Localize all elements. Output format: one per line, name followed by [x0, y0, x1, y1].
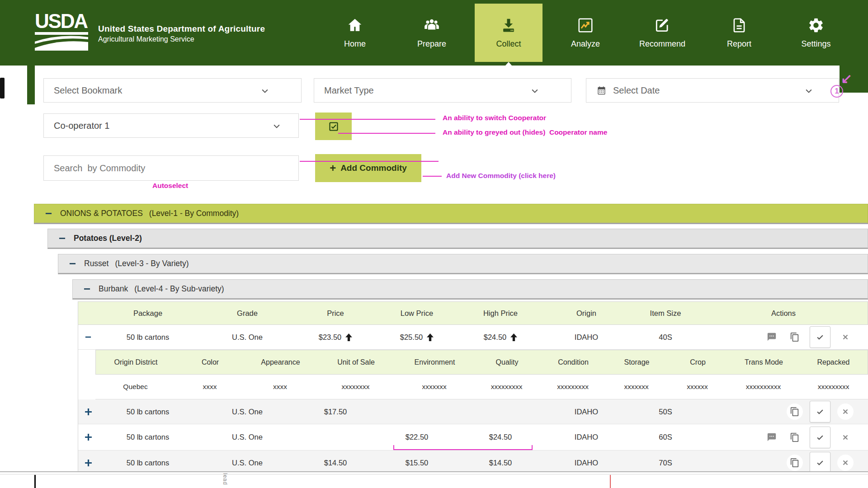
collect-screen: USDA United States Department of Agricul…: [0, 0, 868, 488]
plus-icon: [85, 433, 92, 441]
level4-subvariety-bar[interactable]: Burbank (Level-4 - By Sub-variety): [72, 279, 868, 300]
corner-arrow-icon: ↙: [841, 70, 852, 86]
row-actions: [699, 401, 868, 422]
unit-of-sale-value: xxxxxxxx: [316, 383, 395, 391]
add-commodity-button[interactable]: + Add Commodity: [315, 154, 421, 182]
collapse-minus-icon[interactable]: [69, 260, 76, 267]
level3-variety-bar[interactable]: Russet (Level-3 - By Variety): [58, 254, 868, 274]
copy-icon[interactable]: [787, 329, 803, 345]
expand-row-button[interactable]: [78, 459, 98, 467]
market-type-select[interactable]: Market Type: [314, 78, 571, 103]
close-icon[interactable]: [837, 455, 854, 471]
level1-suffix: (Level-1 - By Commodity): [149, 209, 239, 218]
level3-label: Russet: [84, 259, 108, 268]
origin-value: IDAHO: [541, 459, 632, 467]
collapse-minus-icon[interactable]: [84, 286, 90, 292]
col-origin: Origin: [541, 309, 632, 318]
sub-col-environment: Environment: [396, 358, 474, 366]
col-actions: Actions: [699, 309, 868, 318]
col-item-size: Item Size: [632, 309, 699, 318]
nav-item-collect[interactable]: Collect: [475, 4, 542, 62]
comment-icon[interactable]: [764, 329, 780, 345]
nav-item-analyze[interactable]: Analyze: [552, 0, 619, 66]
app-header: USDA United States Department of Agricul…: [0, 0, 868, 66]
checkbox-checked-icon: [328, 121, 339, 132]
table-row: 50 lb cartons U.S. One $23.50 $25.50 $24…: [78, 325, 868, 350]
chevron-down-icon: [272, 122, 281, 131]
close-icon[interactable]: [837, 429, 854, 446]
grade-value: U.S. One: [198, 333, 297, 342]
nav-label: Analyze: [571, 39, 600, 49]
nav-label: Report: [727, 39, 751, 49]
home-icon: [346, 17, 363, 34]
level2-potatoes-bar[interactable]: Potatoes (Level-2): [47, 229, 868, 249]
nav-item-report[interactable]: Report: [705, 0, 773, 66]
expand-row-button[interactable]: [78, 433, 98, 441]
nav-label: Prepare: [417, 39, 446, 49]
crop-value: xxxxxx: [667, 383, 728, 391]
nav-item-prepare[interactable]: Prepare: [398, 0, 466, 66]
confirm-button[interactable]: [810, 326, 830, 348]
main-nav: Home Prepare Collect: [321, 0, 850, 66]
confirm-button[interactable]: [810, 427, 830, 448]
table-header-row: Package Grade Price Low Price High Price…: [78, 301, 868, 325]
confirm-button[interactable]: [810, 401, 830, 422]
collapse-row-button[interactable]: [78, 334, 98, 340]
copy-icon[interactable]: [787, 429, 803, 446]
annotation-line-greyout: [338, 133, 435, 134]
level4-suffix: (Level-4 - By Sub-variety): [134, 284, 224, 294]
row-actions: [699, 427, 868, 448]
comment-icon[interactable]: [764, 429, 780, 446]
level1-commodity-bar[interactable]: ONIONS & POTATOES (Level-1 - By Commodit…: [34, 204, 868, 224]
cooperator-value: Co-operator 1: [54, 121, 109, 131]
trend-up-icon: [427, 333, 434, 341]
cooperator-visibility-toggle[interactable]: [315, 113, 352, 140]
col-grade: Grade: [198, 309, 297, 318]
commodity-search-input[interactable]: [43, 155, 299, 181]
usda-logo-icon: USDA: [35, 9, 91, 51]
check-icon: [816, 458, 825, 467]
nav-item-home[interactable]: Home: [321, 0, 389, 66]
level3-suffix: (Level-3 - By Variety): [115, 259, 189, 268]
nav-item-settings[interactable]: Settings: [782, 0, 850, 66]
color-value: xxxx: [175, 383, 244, 391]
rotated-axis-label: lead: [222, 473, 228, 485]
col-high-price: High Price: [460, 309, 541, 318]
bookmark-select[interactable]: Select Bookmark: [43, 78, 302, 103]
confirm-button[interactable]: [810, 452, 830, 474]
date-select[interactable]: Select Date: [586, 78, 839, 103]
usda-acronym: USDA: [35, 10, 88, 32]
chevron-down-icon: [804, 86, 813, 95]
storage-value: xxxxxxx: [606, 383, 667, 391]
collapse-minus-icon[interactable]: [59, 235, 66, 242]
sub-col-crop: Crop: [667, 358, 728, 366]
close-icon[interactable]: [837, 404, 854, 420]
trend-up-icon: [510, 333, 517, 341]
analyze-chart-icon: [577, 17, 594, 34]
close-icon[interactable]: [837, 329, 854, 345]
sub-col-appearance: Appearance: [245, 358, 316, 366]
nav-label: Home: [344, 39, 366, 49]
nav-item-recommend[interactable]: Recommend: [628, 0, 696, 66]
copy-icon[interactable]: [787, 404, 803, 420]
annotation-price-bracket: [393, 445, 533, 450]
annotation-line-add-top: [300, 161, 439, 162]
check-icon: [816, 333, 825, 342]
collapse-minus-icon[interactable]: [45, 210, 52, 217]
col-package: Package: [98, 309, 198, 318]
item-size-value: 60S: [632, 433, 699, 441]
cooperator-select[interactable]: Co-operator 1: [43, 113, 299, 138]
expand-row-button[interactable]: [78, 408, 98, 416]
col-price: Price: [297, 309, 374, 318]
add-commodity-label: Add Commodity: [340, 163, 407, 173]
sub-col-origin-district: Origin District: [96, 358, 176, 366]
left-edge-mark: [0, 78, 5, 99]
gear-icon: [807, 17, 825, 34]
plus-icon: [85, 459, 92, 467]
trans-mode-value: xxxxxxxxxx: [728, 383, 799, 391]
row-actions: [699, 326, 868, 348]
annotation-line-switch: [300, 119, 435, 120]
annotation-switch-cooperator: An ability to switch Cooperator: [443, 114, 546, 122]
copy-icon[interactable]: [787, 455, 803, 471]
price-value: $17.50: [297, 408, 374, 416]
